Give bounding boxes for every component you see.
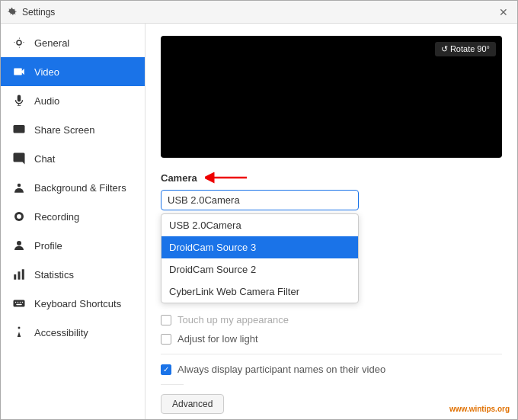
sidebar-item-share-screen[interactable]: Share Screen — [1, 115, 145, 144]
chat-label: Chat — [34, 153, 55, 165]
options-section: Touch up my appearance Adjust for low li… — [161, 314, 502, 414]
sidebar-item-chat[interactable]: Chat — [1, 144, 145, 173]
advanced-btn-wrapper: Advanced — [161, 394, 502, 414]
audio-icon — [11, 93, 27, 108]
svg-point-4 — [17, 214, 21, 219]
share-screen-label: Share Screen — [34, 124, 95, 136]
svg-point-15 — [18, 327, 21, 329]
partial-separator — [161, 384, 184, 385]
separator — [161, 354, 502, 354]
rotate-button[interactable]: ↺ Rotate 90° — [435, 42, 496, 56]
audio-label: Audio — [34, 95, 59, 107]
close-button[interactable]: ✕ — [496, 5, 511, 19]
title-bar: Settings ✕ — [1, 1, 517, 24]
sidebar-item-audio[interactable]: Audio — [1, 86, 145, 115]
video-label: Video — [34, 66, 59, 78]
sidebar-item-general[interactable]: General — [1, 28, 145, 57]
sidebar-item-keyboard[interactable]: Keyboard Shortcuts — [1, 289, 145, 318]
accessibility-icon — [11, 325, 27, 340]
dropdown-item-1[interactable]: DroidCam Source 3 — [161, 236, 358, 258]
title-bar-left: Settings — [7, 7, 55, 18]
touch-up-row: Touch up my appearance — [161, 314, 502, 325]
settings-window: Settings ✕ General Video — [0, 0, 518, 420]
statistics-icon — [11, 267, 27, 282]
recording-label: Recording — [34, 211, 79, 223]
svg-point-5 — [17, 241, 21, 245]
camera-arrow-annotation — [205, 170, 251, 185]
video-preview: ↺ Rotate 90° — [161, 36, 502, 158]
keyboard-label: Keyboard Shortcuts — [34, 298, 121, 309]
content-area: General Video Audio Share Screen — [1, 24, 517, 419]
svg-rect-8 — [22, 269, 24, 280]
sidebar-item-statistics[interactable]: Statistics — [1, 260, 145, 289]
svg-rect-6 — [14, 274, 16, 280]
main-content: ↺ Rotate 90° Camera USB 2.0C — [145, 24, 517, 419]
participant-names-label: Always display participant names on thei… — [177, 364, 385, 375]
recording-icon — [11, 209, 27, 224]
video-icon — [11, 64, 27, 79]
profile-label: Profile — [34, 240, 62, 252]
profile-icon — [11, 238, 27, 253]
statistics-label: Statistics — [34, 269, 74, 281]
participant-names-row: ✓ Always display participant names on th… — [161, 364, 502, 375]
participant-names-checkbox[interactable]: ✓ — [161, 364, 171, 375]
svg-rect-1 — [14, 125, 25, 133]
window-title: Settings — [22, 7, 55, 18]
dropdown-item-0[interactable]: USB 2.0Camera — [161, 214, 358, 236]
adjust-light-checkbox[interactable] — [161, 334, 171, 345]
camera-label-text: Camera — [161, 172, 197, 184]
background-icon — [11, 180, 27, 195]
sidebar-item-profile[interactable]: Profile — [1, 231, 145, 260]
advanced-button[interactable]: Advanced — [161, 394, 224, 414]
accessibility-label: Accessibility — [34, 327, 88, 338]
camera-dropdown-wrapper: USB 2.0Camera DroidCam Source 3 DroidCam… — [161, 190, 502, 210]
dropdown-item-3[interactable]: CyberLink Web Camera Filter — [161, 281, 358, 303]
dropdown-item-2[interactable]: DroidCam Source 2 — [161, 258, 358, 281]
camera-dropdown[interactable]: USB 2.0Camera DroidCam Source 3 DroidCam… — [161, 190, 359, 210]
camera-section-label: Camera — [161, 170, 502, 185]
touch-up-label: Touch up my appearance — [177, 314, 289, 325]
svg-rect-7 — [18, 271, 21, 280]
chat-icon — [11, 151, 27, 166]
sidebar-item-recording[interactable]: Recording — [1, 202, 145, 231]
sidebar: General Video Audio Share Screen — [1, 24, 145, 419]
background-label: Background & Filters — [34, 182, 126, 194]
sidebar-item-accessibility[interactable]: Accessibility — [1, 318, 145, 347]
general-label: General — [34, 37, 69, 49]
share-screen-icon — [11, 122, 27, 137]
svg-rect-9 — [14, 300, 25, 307]
settings-icon — [7, 7, 18, 18]
camera-dropdown-list: USB 2.0Camera DroidCam Source 3 DroidCam… — [161, 213, 359, 303]
sidebar-item-video[interactable]: Video — [1, 57, 145, 86]
svg-point-2 — [18, 184, 21, 188]
keyboard-icon — [11, 296, 27, 311]
touch-up-checkbox[interactable] — [161, 315, 171, 325]
adjust-light-label: Adjust for low light — [177, 333, 258, 345]
sidebar-item-background[interactable]: Background & Filters — [1, 173, 145, 202]
general-icon — [11, 35, 27, 50]
adjust-light-row: Adjust for low light — [161, 333, 502, 345]
